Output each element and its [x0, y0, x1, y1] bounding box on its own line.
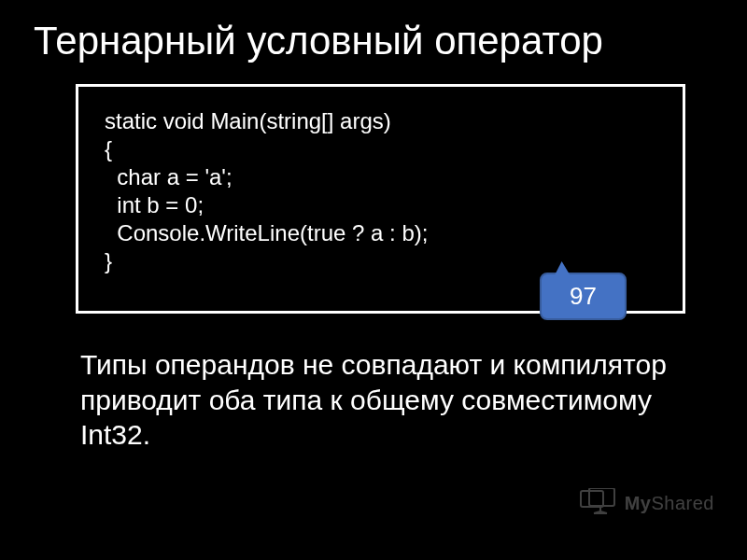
slide: Тернарный условный оператор static void … [0, 0, 747, 560]
watermark-rest: Shared [652, 493, 715, 513]
watermark: MyShared [580, 488, 714, 518]
code-text: static void Main(string[] args) { char a… [105, 107, 656, 275]
output-callout: 97 [540, 273, 627, 320]
code-block: static void Main(string[] args) { char a… [76, 84, 685, 314]
watermark-text: MyShared [625, 493, 714, 514]
svg-rect-0 [581, 491, 603, 507]
watermark-prefix: My [625, 493, 652, 513]
slide-title: Тернарный условный оператор [34, 19, 713, 63]
explanation-text: Типы операндов не совпадают и компилятор… [80, 347, 685, 453]
output-value: 97 [570, 282, 597, 310]
presentation-icon [580, 488, 619, 518]
